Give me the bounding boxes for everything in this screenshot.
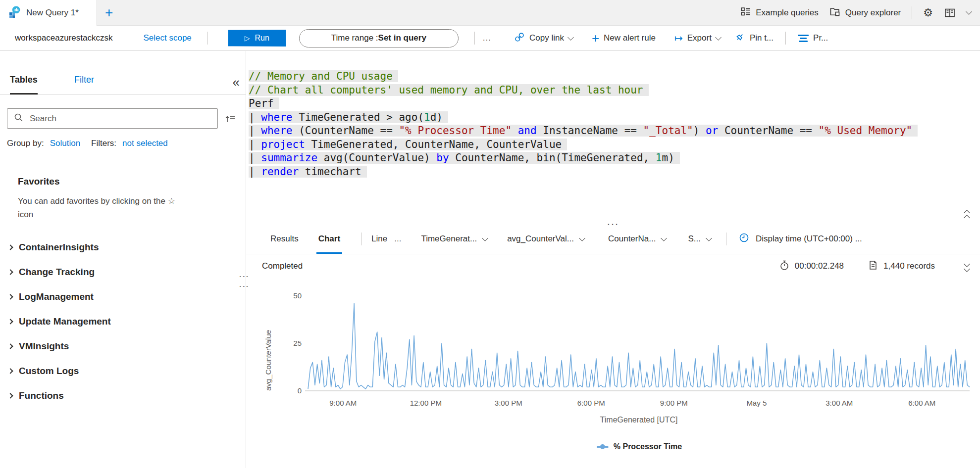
play-icon: ▷ — [245, 34, 250, 42]
search-input[interactable] — [30, 114, 211, 124]
tree-chevron-icon — [7, 269, 13, 275]
schema-sidebar: Tables Filter « Gro — [0, 51, 246, 468]
sidebar-item-change-tracking[interactable]: Change Tracking — [0, 260, 246, 284]
sidebar-item-containerinsights[interactable]: ContainerInsights — [0, 235, 246, 260]
export-icon: ↦ — [674, 32, 683, 44]
tree-item-label: Functions — [19, 390, 64, 401]
status-text: Completed — [262, 261, 303, 271]
export-button[interactable]: ↦ Export — [674, 32, 721, 44]
query-pane: // Memory and CPU usage// Chart all comp… — [246, 51, 980, 468]
timechart: avg_CounterValue 025509:00 AM12:00 PM3:0… — [246, 278, 980, 468]
filters-value[interactable]: not selected — [122, 139, 168, 148]
tab-new-query[interactable]: New Query 1* — [0, 0, 97, 26]
pin-to-dashboard-button[interactable]: Pin t... — [734, 32, 774, 45]
svg-text:6:00 AM: 6:00 AM — [908, 399, 935, 407]
tree-item-label: Update Management — [19, 316, 111, 327]
tree-item-label: VMInsights — [19, 341, 69, 352]
tab-tables[interactable]: Tables — [10, 75, 38, 94]
kql-code[interactable]: // Memory and CPU usage// Chart all comp… — [246, 51, 980, 179]
format-query-button[interactable]: Pr... — [798, 33, 828, 43]
settings-gear-icon[interactable]: ⚙ — [923, 6, 933, 19]
sidebar-item-logmanagement[interactable]: LogManagement — [0, 284, 246, 309]
chart-legend[interactable]: % Processor Time — [597, 442, 682, 451]
svg-text:25: 25 — [293, 339, 302, 347]
chevron-down-icon[interactable] — [967, 11, 971, 14]
sort-icon[interactable] — [222, 110, 239, 127]
display-time-button[interactable]: Display time (UTC+00:00) ... — [738, 232, 862, 246]
code-line: | summarize avg(CounterValue) by Counter… — [249, 151, 980, 165]
dropdown-x-field[interactable]: TimeGenerat... — [421, 234, 487, 244]
code-line: | project TimeGenerated, CounterName, Co… — [249, 138, 980, 152]
divider — [912, 6, 912, 19]
query-explorer-icon — [829, 6, 841, 19]
collapse-sidebar-icon[interactable]: « — [233, 76, 240, 89]
svg-text:May 5: May 5 — [746, 399, 767, 407]
run-button[interactable]: ▷ Run — [228, 30, 286, 47]
dropdown-split-field[interactable]: CounterNa... — [608, 234, 666, 244]
chart-plot: 025509:00 AM12:00 PM3:00 PM6:00 PM9:00 P… — [246, 278, 979, 466]
tab-results[interactable]: Results — [270, 224, 299, 254]
query-explorer-button[interactable]: Query explorer — [829, 6, 901, 19]
svg-text:9:00 PM: 9:00 PM — [660, 399, 688, 407]
search-icon — [13, 112, 24, 125]
dropdown-y-field[interactable]: avg_CounterVal... — [507, 234, 584, 244]
dropdown-segment-field[interactable]: S... — [688, 234, 711, 244]
select-scope-link[interactable]: Select scope — [143, 33, 191, 43]
editor-results-splitter[interactable]: ... — [607, 219, 619, 224]
svg-text:9:00 AM: 9:00 AM — [329, 399, 357, 407]
filters-label: Filters: — [91, 139, 116, 148]
export-label: Export — [687, 33, 712, 43]
group-by-label: Group by: — [7, 139, 44, 148]
display-time-label: Display time (UTC+00:00) ... — [756, 234, 862, 244]
svg-text:TimeGenerated [UTC]: TimeGenerated [UTC] — [600, 416, 678, 424]
docs-book-icon[interactable] — [944, 7, 956, 18]
copy-link-label: Copy link — [529, 33, 564, 43]
chart-type-value: Line — [371, 234, 387, 244]
tab-filter[interactable]: Filter — [74, 75, 94, 94]
chart-type-dropdown[interactable]: Line ... — [371, 234, 401, 244]
sidebar-item-functions[interactable]: Functions — [0, 383, 246, 408]
stopwatch-icon — [779, 259, 790, 273]
svg-text:0: 0 — [298, 386, 302, 395]
time-range-picker[interactable]: Time range : Set in query — [299, 29, 459, 47]
time-range-label: Time range : — [331, 33, 378, 43]
query-editor[interactable]: // Memory and CPU usage// Chart all comp… — [246, 51, 980, 224]
plus-icon: + — [592, 32, 599, 45]
collapse-editor-icon[interactable] — [965, 211, 969, 220]
copy-link-button[interactable]: Copy link — [514, 32, 573, 45]
favorites-hint: You can add favorites by clicking on the… — [18, 194, 181, 221]
main-area: Tables Filter « Gro — [0, 51, 980, 468]
tab-title: New Query 1* — [26, 8, 79, 18]
format-label: Pr... — [813, 33, 828, 43]
tree-chevron-icon — [7, 343, 13, 349]
sidebar-item-vminsights[interactable]: VMInsights — [0, 334, 246, 359]
tree-chevron-icon — [7, 368, 13, 374]
search-box[interactable] — [7, 108, 218, 129]
expand-results-icon[interactable] — [965, 262, 969, 271]
divider — [207, 32, 208, 45]
example-queries-button[interactable]: Example queries — [740, 6, 819, 19]
query-duration: 00:00:02.248 — [795, 261, 844, 271]
tab-bar: New Query 1* + Example queries Query exp… — [0, 0, 980, 26]
new-tab-button[interactable]: + — [97, 6, 121, 20]
legend-marker-icon — [597, 444, 609, 449]
run-label: Run — [255, 34, 269, 43]
tree-chevron-icon — [7, 244, 13, 250]
sidebar-item-custom-logs[interactable]: Custom Logs — [0, 359, 246, 383]
code-line: | where (CounterName == "% Processor Tim… — [249, 124, 980, 138]
tree-item-label: Change Tracking — [19, 267, 95, 278]
new-alert-rule-label: New alert rule — [604, 33, 656, 43]
chevron-down-icon — [567, 34, 574, 41]
group-by-value[interactable]: Solution — [50, 139, 80, 148]
tree-chevron-icon — [7, 393, 13, 398]
panel-splitter-handle[interactable]: ⋮⋮ — [242, 272, 246, 291]
pin-label: Pin t... — [750, 33, 774, 43]
legend-label: % Processor Time — [614, 442, 682, 451]
query-status-bar: Completed 00:00:02.248 — [246, 254, 980, 278]
sidebar-item-update-management[interactable]: Update Management — [0, 309, 246, 334]
tab-chart[interactable]: Chart — [318, 224, 340, 254]
toolbar-overflow-button[interactable]: ... — [483, 33, 491, 43]
code-line: | where TimeGenerated > ago(1d) — [249, 111, 980, 125]
link-icon — [514, 32, 525, 45]
new-alert-rule-button[interactable]: + New alert rule — [592, 32, 656, 45]
